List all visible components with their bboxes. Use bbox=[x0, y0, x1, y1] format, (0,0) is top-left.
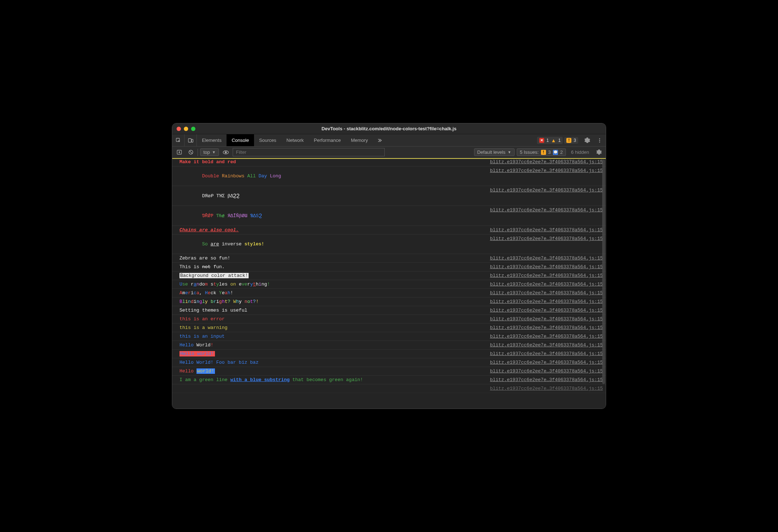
log-row: Chains are also cool. blitz.e1937cc6e2ee… bbox=[172, 226, 606, 235]
log-row: Hello World! Foo bar biz baz blitz.e1937… bbox=[172, 358, 606, 367]
svg-point-3 bbox=[599, 138, 600, 139]
log-row: Background color attack! blitz.e1937cc6e… bbox=[172, 271, 606, 280]
toggle-sidebar-icon[interactable] bbox=[174, 148, 184, 157]
source-link[interactable]: blitz.e1937cc6e2ee7e…3f4063378a564.js:15 bbox=[490, 159, 603, 165]
log-text: Long bbox=[270, 173, 281, 179]
kebab-menu-icon[interactable] bbox=[593, 134, 606, 146]
window-title: DevTools - stackblitz.com/edit/node-colo… bbox=[172, 126, 606, 131]
clear-console-icon[interactable] bbox=[186, 148, 195, 157]
tab-network[interactable]: Network bbox=[282, 134, 309, 146]
log-text: ЯΔĪŇβØƜ bbox=[228, 213, 248, 219]
log-row: I am a green line with a blue substring … bbox=[172, 376, 606, 384]
source-link[interactable]: blitz.e1937cc6e2ee7e…3f4063378a564.js:15 bbox=[490, 325, 603, 330]
log-text: So bbox=[202, 241, 208, 247]
issue-icon: ! bbox=[566, 138, 571, 143]
context-label: top bbox=[203, 149, 210, 155]
log-text: Double bbox=[202, 173, 219, 179]
issues-badge[interactable]: ! 3 bbox=[564, 137, 578, 144]
svg-point-9 bbox=[225, 152, 227, 153]
tab-memory[interactable]: Memory bbox=[346, 134, 373, 146]
issue-warning-icon: ! bbox=[541, 150, 546, 155]
source-link[interactable]: blitz.e1937cc6e2ee7e…3f4063378a564.js:15 bbox=[490, 351, 603, 356]
source-link[interactable]: blitz.e1937cc6e2ee7e…3f4063378a564.js:15 bbox=[490, 316, 603, 322]
warning-count: 1 bbox=[558, 138, 561, 143]
log-text: this is an error bbox=[179, 316, 225, 322]
svg-rect-1 bbox=[188, 139, 191, 142]
issues-blue-count: 2 bbox=[560, 149, 563, 155]
tab-sources[interactable]: Sources bbox=[254, 134, 282, 146]
source-link[interactable]: blitz.e1937cc6e2ee7e…3f4063378a564.js:15 bbox=[490, 386, 603, 391]
log-row: Double Rainbows All Day Long blitz.e1937… bbox=[172, 166, 606, 186]
issue-count: 3 bbox=[574, 138, 576, 143]
context-selector[interactable]: top ▼ bbox=[200, 148, 219, 156]
source-link[interactable]: blitz.e1937cc6e2ee7e…3f4063378a564.js:15 bbox=[490, 273, 603, 278]
log-text: are bbox=[211, 241, 219, 247]
source-link[interactable]: blitz.e1937cc6e2ee7e…3f4063378a564.js:15 bbox=[490, 227, 603, 233]
device-toolbar-icon[interactable] bbox=[185, 134, 197, 146]
tab-elements[interactable]: Elements bbox=[197, 134, 227, 146]
source-link[interactable]: blitz.e1937cc6e2ee7e…3f4063378a564.js:15 bbox=[490, 187, 603, 193]
source-link[interactable]: blitz.e1937cc6e2ee7e…3f4063378a564.js:15 bbox=[490, 256, 603, 261]
source-link[interactable]: blitz.e1937cc6e2ee7e…3f4063378a564.js:15 bbox=[490, 299, 603, 304]
source-link[interactable]: blitz.e1937cc6e2ee7e…3f4063378a564.js:15 bbox=[490, 360, 603, 365]
hidden-count: 6 hidden bbox=[568, 149, 592, 155]
log-row: Hello World! blitz.e1937cc6e2ee7e…3f4063… bbox=[172, 341, 606, 350]
source-link[interactable]: blitz.e1937cc6e2ee7e…3f4063378a564.js:15 bbox=[490, 290, 603, 296]
issue-info-icon: 💬 bbox=[553, 150, 558, 155]
log-row: So are inverse styles! blitz.e1937cc6e2e… bbox=[172, 235, 606, 254]
source-link[interactable]: blitz.e1937cc6e2ee7e…3f4063378a564.js:15 bbox=[490, 207, 603, 213]
source-link[interactable]: blitz.e1937cc6e2ee7e…3f4063378a564.js:15 bbox=[490, 282, 603, 287]
source-link[interactable]: blitz.e1937cc6e2ee7e…3f4063378a564.js:15 bbox=[490, 334, 603, 339]
log-text: Hello world! bbox=[179, 351, 215, 356]
svg-rect-2 bbox=[191, 139, 193, 142]
more-tabs-icon[interactable] bbox=[373, 134, 385, 146]
source-link[interactable]: blitz.e1937cc6e2ee7e…3f4063378a564.js:15 bbox=[490, 308, 603, 313]
log-text: ƁΔЅϨ bbox=[250, 213, 262, 219]
source-link[interactable]: blitz.e1937cc6e2ee7e…3f4063378a564.js:15 bbox=[490, 342, 603, 348]
issues-label: 5 Issues: bbox=[520, 149, 539, 155]
log-text: βΔϨϨ bbox=[228, 193, 240, 199]
filter-input[interactable] bbox=[233, 148, 385, 156]
source-link[interactable]: blitz.e1937cc6e2ee7e…3f4063378a564.js:15 bbox=[490, 264, 603, 270]
errors-warnings-badge[interactable]: ✕ 1 ▲ 1 bbox=[537, 137, 563, 144]
log-row: Hello world! blitz.e1937cc6e2ee7e…3f4063… bbox=[172, 350, 606, 358]
tab-console[interactable]: Console bbox=[227, 134, 254, 146]
log-levels-selector[interactable]: Default levels ▼ bbox=[474, 148, 515, 156]
close-window-button[interactable] bbox=[177, 127, 181, 131]
log-text: Background color attack! bbox=[179, 273, 249, 278]
log-row: Hello world! blitz.e1937cc6e2ee7e…3f4063… bbox=[172, 367, 606, 376]
log-text: Day bbox=[259, 173, 267, 179]
log-text: inverse bbox=[222, 241, 242, 247]
log-row: Use random styles on everything! blitz.e… bbox=[172, 280, 606, 289]
issues-summary[interactable]: 5 Issues: ! 3 💬 2 bbox=[517, 148, 566, 156]
log-text: ƬǶɇ bbox=[216, 213, 225, 219]
source-link[interactable]: blitz.e1937cc6e2ee7e…3f4063378a564.js:15 bbox=[490, 368, 603, 374]
source-link[interactable]: blitz.e1937cc6e2ee7e…3f4063378a564.js:15 bbox=[490, 168, 603, 173]
log-text: Zebras are so fun! bbox=[179, 256, 230, 261]
log-text: this is an input bbox=[179, 334, 225, 339]
maximize-window-button[interactable] bbox=[191, 127, 195, 131]
log-row: blitz.e1937cc6e2ee7e…3f4063378a564.js:15 bbox=[172, 384, 606, 393]
inspect-element-icon[interactable] bbox=[172, 134, 185, 146]
tab-performance[interactable]: Performance bbox=[309, 134, 346, 146]
source-link[interactable]: blitz.e1937cc6e2ee7e…3f4063378a564.js:15 bbox=[490, 377, 603, 383]
minimize-window-button[interactable] bbox=[184, 127, 188, 131]
log-text: not bbox=[202, 264, 210, 270]
log-row: Blindingly bright? Why not?! blitz.e1937… bbox=[172, 297, 606, 306]
issues-yellow-count: 3 bbox=[548, 149, 551, 155]
scrollbar-thumb[interactable] bbox=[602, 160, 605, 384]
log-text: This is bbox=[179, 264, 202, 270]
log-row: Make it bold and red blitz.e1937cc6e2ee7… bbox=[172, 158, 606, 166]
settings-icon[interactable] bbox=[581, 134, 593, 146]
filter-field[interactable] bbox=[233, 148, 385, 156]
log-text: TΉΣ bbox=[216, 193, 225, 199]
source-link[interactable]: blitz.e1937cc6e2ee7e…3f4063378a564.js:15 bbox=[490, 236, 603, 241]
console-output[interactable]: Make it bold and red blitz.e1937cc6e2ee7… bbox=[172, 158, 606, 409]
log-text: ƊŘǾƤ bbox=[202, 213, 213, 219]
live-expression-icon[interactable] bbox=[221, 148, 231, 157]
error-count: 1 bbox=[546, 138, 549, 143]
console-settings-icon[interactable] bbox=[594, 148, 604, 157]
log-text: this is a warning bbox=[179, 325, 228, 330]
log-row: this is an error blitz.e1937cc6e2ee7e…3f… bbox=[172, 315, 606, 324]
titlebar: DevTools - stackblitz.com/edit/node-colo… bbox=[172, 123, 606, 134]
